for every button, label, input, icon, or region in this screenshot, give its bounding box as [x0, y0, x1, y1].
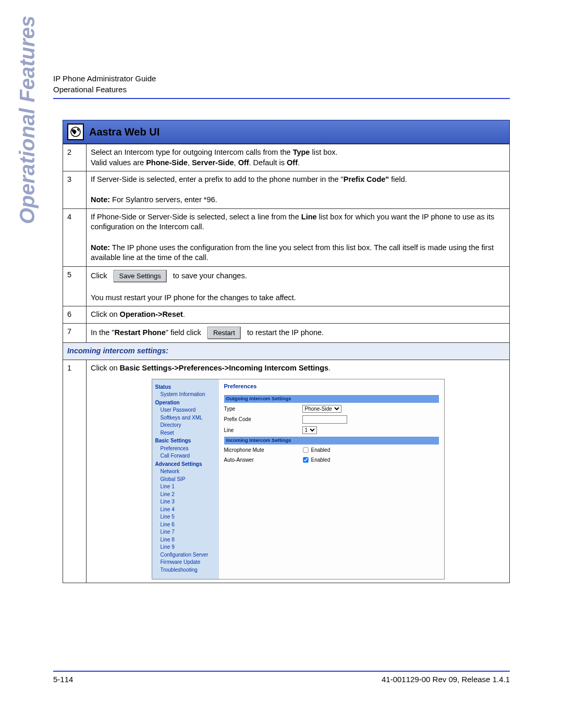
web-ui-banner: Aastra Web UI	[63, 120, 510, 144]
nav-item[interactable]: Line 7	[161, 528, 218, 536]
nav-status[interactable]: Status	[155, 384, 218, 391]
step-num: 5	[63, 266, 87, 306]
page-footer: 5-114 41-001129-00 Rev 09, Release 1.4.1	[53, 671, 510, 684]
nav-item[interactable]: Line 4	[161, 506, 218, 513]
nav-item[interactable]: Line 5	[161, 513, 218, 521]
type-select[interactable]: Phone-Side	[302, 405, 341, 413]
save-settings-button: Save Settings	[114, 270, 167, 283]
prefix-label: Prefix Code	[224, 416, 302, 423]
embedded-sidebar: Status System Information Operation User…	[152, 379, 219, 579]
nav-operation[interactable]: Operation	[155, 399, 218, 406]
step-cell: Click on Basic Settings->Preferences->In…	[87, 360, 510, 583]
step-num: 3	[63, 171, 87, 209]
nav-basic-settings[interactable]: Basic Settings	[155, 437, 218, 445]
nav-item[interactable]: Reset	[161, 429, 218, 437]
incoming-band: Incoming Intercom Settings	[224, 437, 439, 445]
page: Operational Features IP Phone Administra…	[0, 0, 563, 728]
step-num: 2	[63, 144, 87, 171]
step-num: 1	[63, 360, 87, 583]
nav-item[interactable]: Line 2	[161, 491, 218, 498]
nav-item[interactable]: Global SIP	[161, 476, 218, 483]
nav-advanced-settings[interactable]: Advanced Settings	[155, 461, 218, 468]
step-num: 7	[63, 323, 87, 343]
line-select[interactable]: 1	[302, 426, 317, 434]
nav-item[interactable]: Call Forward	[161, 452, 218, 460]
steps-table: 2 Select an Intercom type for outgoing I…	[63, 144, 510, 583]
nav-item[interactable]: Line 1	[161, 483, 218, 490]
nav-item[interactable]: Softkeys and XML	[161, 414, 218, 422]
preferences-title: Preferences	[224, 382, 439, 390]
mic-mute-label: Microphone Mute	[224, 447, 302, 454]
auto-answer-checkbox[interactable]	[303, 457, 308, 462]
nav-item[interactable]: Line 8	[161, 536, 218, 544]
nav-item[interactable]: Line 9	[161, 544, 218, 551]
chapter-side-label: Operational Features	[16, 16, 39, 224]
outgoing-band: Outgoing Intercom Settings	[224, 395, 439, 403]
embedded-web-ui: Status System Information Operation User…	[152, 379, 445, 580]
step-cell: Select an Intercom type for outgoing Int…	[87, 144, 510, 171]
nav-item[interactable]: Network	[161, 468, 218, 475]
nav-item[interactable]: Troubleshooting	[161, 566, 218, 574]
auto-answer-label: Auto-Answer	[224, 456, 302, 464]
step-num: 6	[63, 306, 87, 324]
footer-page-number: 5-114	[53, 675, 73, 684]
step-num: 4	[63, 208, 87, 266]
step-cell: If Server-Side is selected, enter a pref…	[87, 171, 510, 209]
restart-button: Restart	[207, 327, 241, 340]
footer-doc-id: 41-001129-00 Rev 09, Release 1.4.1	[382, 675, 510, 684]
header-line-1: IP Phone Administrator Guide	[53, 73, 510, 84]
web-ui-title: Aastra Web UI	[89, 126, 160, 138]
content: Aastra Web UI 2 Select an Intercom type …	[63, 120, 510, 583]
mic-mute-checkbox[interactable]	[303, 448, 308, 453]
type-label: Type	[224, 405, 302, 413]
nav-item[interactable]: Line 6	[161, 521, 218, 528]
nav-item[interactable]: Preferences	[161, 445, 218, 452]
header-line-2: Operational Features	[53, 84, 510, 95]
page-header: IP Phone Administrator Guide Operational…	[53, 73, 510, 99]
nav-item[interactable]: System Information	[161, 391, 218, 398]
nav-item[interactable]: Firmware Update	[161, 559, 218, 566]
embedded-main: Preferences Outgoing Intercom Settings T…	[219, 379, 444, 579]
nav-item[interactable]: User Password	[161, 406, 218, 414]
prefix-code-input[interactable]	[302, 415, 347, 424]
step-cell: If Phone-Side or Server-Side is selected…	[87, 208, 510, 266]
nav-item[interactable]: Directory	[161, 422, 218, 429]
nav-item[interactable]: Configuration Server	[161, 551, 218, 559]
step-cell: In the "Restart Phone" field click Resta…	[87, 323, 510, 343]
step-cell: Click on Operation->Reset.	[87, 306, 510, 324]
line-label: Line	[224, 427, 302, 434]
globe-icon	[67, 124, 84, 140]
section-header: Incoming intercom settings:	[63, 343, 510, 360]
nav-item[interactable]: Line 3	[161, 498, 218, 505]
step-cell: Click Save Settings to save your changes…	[87, 266, 510, 306]
